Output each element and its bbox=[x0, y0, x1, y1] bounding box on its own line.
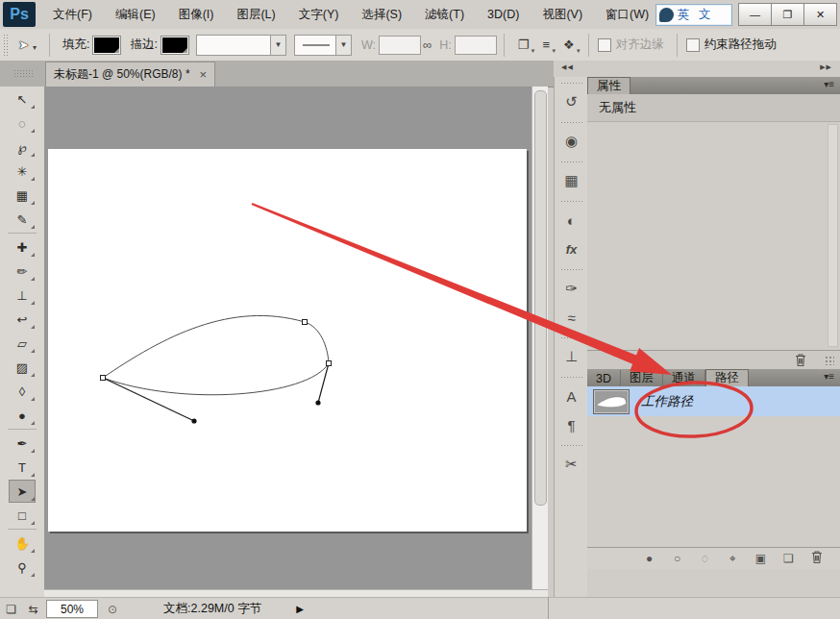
quick-selection-tool[interactable]: ✳ bbox=[9, 160, 36, 183]
tab-3d[interactable]: 3D bbox=[587, 370, 621, 386]
move-tool[interactable]: ↖ bbox=[9, 87, 36, 111]
stroke-path-button[interactable]: ○ bbox=[663, 552, 691, 565]
eraser-tool[interactable]: ▱ bbox=[9, 332, 36, 355]
status-expand-icon[interactable]: ▶ bbox=[296, 604, 304, 614]
lasso-tool[interactable]: ℘ bbox=[9, 136, 36, 159]
default-colors-icon[interactable]: ❏ bbox=[6, 603, 16, 616]
chevron-down-icon[interactable]: ▼ bbox=[270, 36, 285, 55]
canvas[interactable] bbox=[48, 149, 527, 532]
panel-scrollbar[interactable] bbox=[828, 124, 838, 347]
styles-panel-icon[interactable]: fx bbox=[555, 235, 588, 263]
color-panel-icon[interactable]: ◉ bbox=[555, 127, 588, 156]
paths-tab-strip: 3D图层通道路径▾≡ bbox=[587, 369, 840, 386]
eyedropper-tool[interactable]: ✎ bbox=[9, 208, 36, 231]
link-dimensions-icon[interactable]: ∞ bbox=[423, 37, 432, 52]
path-arrangement-button[interactable]: ❖▾ bbox=[563, 37, 575, 52]
brush-presets-panel-icon[interactable]: ≈ bbox=[555, 303, 588, 332]
document-tab[interactable]: 未标题-1 @ 50%(RGB/8) * × bbox=[45, 62, 215, 87]
adjustments-panel-icon[interactable]: ◐ bbox=[555, 206, 588, 235]
stroke-width-dropdown[interactable]: ▼ bbox=[196, 35, 286, 56]
scissors-panel-icon[interactable]: ✂ bbox=[555, 450, 588, 479]
menu-filter[interactable]: 滤镜(T) bbox=[413, 1, 476, 28]
chevron-down-icon[interactable]: ▼ bbox=[335, 36, 351, 55]
menu-edit[interactable]: 编辑(E) bbox=[104, 1, 167, 28]
fill-path-button[interactable]: ● bbox=[635, 552, 663, 565]
path-alignment-button[interactable]: ≡▾ bbox=[542, 37, 550, 52]
close-button[interactable]: ✕ bbox=[803, 3, 837, 26]
current-tool-icon[interactable]: ➤ bbox=[18, 37, 29, 52]
constrain-path-drag-checkbox[interactable] bbox=[686, 38, 700, 52]
scrollbar-thumb[interactable] bbox=[534, 90, 547, 506]
character-panel-icon[interactable]: A bbox=[555, 382, 588, 410]
clone-source-panel-icon[interactable]: ⊥ bbox=[555, 342, 588, 371]
blur-tool[interactable]: ◊ bbox=[9, 380, 36, 403]
menu-type[interactable]: 文字(Y) bbox=[287, 1, 351, 28]
zoom-level-input[interactable]: 50% bbox=[46, 600, 98, 618]
divider bbox=[677, 34, 678, 57]
history-brush-tool[interactable]: ↩ bbox=[9, 308, 36, 331]
add-mask-button[interactable]: ▣ bbox=[747, 552, 775, 565]
menu-view[interactable]: 视图(V) bbox=[531, 1, 594, 28]
make-work-path-button[interactable]: ⌖ bbox=[719, 552, 747, 565]
brush-panel-icon[interactable]: ✑ bbox=[555, 274, 588, 303]
menu-select[interactable]: 选择(S) bbox=[350, 1, 413, 28]
tab-layers[interactable]: 图层 bbox=[621, 370, 663, 386]
delete-path-button[interactable] bbox=[803, 550, 830, 567]
work-path-row[interactable]: 工作路径 bbox=[587, 386, 840, 416]
marquee-tool[interactable]: ◌ bbox=[9, 111, 36, 135]
path-selection-tool[interactable]: ➤ bbox=[9, 480, 36, 503]
paragraph-panel-icon[interactable]: ¶ bbox=[555, 410, 588, 439]
shape-tool[interactable]: □ bbox=[9, 504, 36, 527]
status-bar: ❏⇆ 50% ⊙ 文档:2.29M/0 字节 ▶ bbox=[0, 597, 840, 619]
collapse-dock-icon[interactable]: ◀◀ bbox=[561, 63, 574, 71]
hand-tool[interactable]: ✋ bbox=[9, 532, 36, 555]
width-input[interactable] bbox=[379, 36, 421, 55]
divider bbox=[588, 34, 589, 57]
pen-tool[interactable]: ✒ bbox=[9, 432, 36, 455]
panel-menu-icon[interactable]: ▾≡ bbox=[824, 371, 834, 382]
tool-preset-caret-icon[interactable]: ▾ bbox=[33, 43, 37, 52]
panel-menu-icon[interactable]: ▾≡ bbox=[824, 79, 834, 89]
stroke-style-dropdown[interactable]: ▼ bbox=[294, 35, 352, 56]
swatches-panel-icon[interactable]: ▦ bbox=[555, 166, 588, 195]
height-input[interactable] bbox=[455, 36, 497, 55]
zoom-tool[interactable]: ⚲ bbox=[9, 556, 36, 579]
crop-tool[interactable]: ▦ bbox=[9, 184, 36, 207]
menu-image[interactable]: 图像(I) bbox=[167, 1, 226, 28]
menu-window[interactable]: 窗口(W) bbox=[594, 1, 660, 28]
clone-stamp-tool[interactable]: ⊥ bbox=[9, 284, 36, 307]
trash-icon[interactable] bbox=[794, 353, 807, 370]
properties-panel-body bbox=[587, 122, 840, 350]
tab-channels[interactable]: 通道 bbox=[663, 370, 705, 386]
tab-properties[interactable]: 属性 bbox=[587, 77, 630, 94]
swap-colors-icon[interactable]: ⇆ bbox=[29, 603, 38, 616]
load-path-as-selection-button[interactable]: ◌ bbox=[691, 552, 719, 565]
tab-paths[interactable]: 路径 bbox=[705, 369, 749, 386]
path-thumbnail[interactable] bbox=[593, 389, 630, 414]
type-tool[interactable]: T bbox=[9, 456, 36, 479]
close-icon[interactable]: × bbox=[200, 67, 208, 82]
vertical-scrollbar[interactable] bbox=[531, 87, 548, 589]
resize-grip[interactable] bbox=[825, 356, 834, 365]
align-edges-checkbox[interactable] bbox=[598, 38, 611, 52]
fill-color-swatch[interactable] bbox=[93, 37, 120, 54]
menu-file[interactable]: 文件(F) bbox=[41, 1, 104, 28]
minimize-button[interactable]: — bbox=[738, 3, 772, 26]
dodge-tool[interactable]: ● bbox=[9, 404, 36, 427]
brush-tool[interactable]: ✏ bbox=[9, 260, 36, 283]
new-path-button[interactable]: ❏ bbox=[775, 552, 803, 565]
divider bbox=[548, 597, 549, 619]
collapse-panels-icon[interactable]: ▶▶ bbox=[820, 63, 832, 71]
history-panel-icon[interactable]: ↺ bbox=[555, 87, 588, 116]
document-size-info: 文档:2.29M/0 字节 bbox=[163, 601, 261, 617]
fill-label: 填充: bbox=[62, 37, 89, 53]
healing-brush-tool[interactable]: ✚ bbox=[9, 235, 36, 259]
ime-indicator[interactable]: 英 文 bbox=[655, 4, 732, 26]
menu-layer[interactable]: 图层(L) bbox=[225, 1, 286, 28]
gradient-tool[interactable]: ▨ bbox=[9, 356, 36, 379]
dock-grip bbox=[560, 161, 583, 164]
maximize-button[interactable]: ❐ bbox=[771, 3, 804, 26]
menu-3d[interactable]: 3D(D) bbox=[476, 1, 531, 28]
path-operations-button[interactable]: ❐▾ bbox=[518, 37, 530, 52]
stroke-color-swatch[interactable] bbox=[161, 37, 188, 54]
